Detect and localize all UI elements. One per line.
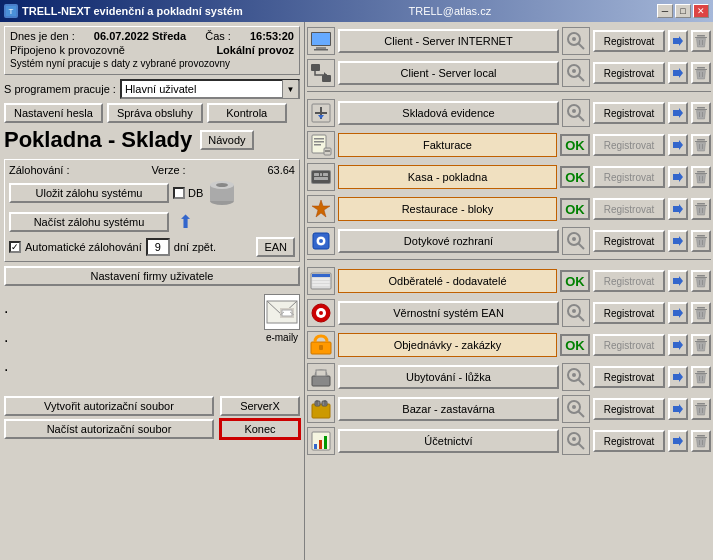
transfer-button[interactable] bbox=[668, 302, 688, 324]
module-name-button[interactable]: Bazar - zastavárna bbox=[338, 397, 559, 421]
db-checkbox-area: DB bbox=[173, 187, 203, 199]
delete-button[interactable] bbox=[691, 134, 711, 156]
svg-rect-88 bbox=[695, 277, 707, 278]
nacist-zalohu-button[interactable]: Načíst zálohu systému bbox=[9, 212, 169, 232]
transfer-button[interactable] bbox=[668, 198, 688, 220]
window-title: TRELL-NEXT evidenční a pokladní systém bbox=[22, 5, 243, 17]
transfer-button[interactable] bbox=[668, 62, 688, 84]
registrovat-button[interactable]: Registrovat bbox=[593, 102, 665, 124]
registrovat-button[interactable]: Registrovat bbox=[593, 134, 665, 156]
svg-rect-119 bbox=[312, 404, 330, 418]
svg-rect-141 bbox=[695, 437, 707, 438]
delete-button[interactable] bbox=[691, 62, 711, 84]
delete-button[interactable] bbox=[691, 198, 711, 220]
nastaveni-hesla-button[interactable]: Nastavení hesla bbox=[4, 103, 103, 123]
registrovat-button[interactable]: Registrovat bbox=[593, 398, 665, 420]
module-name-button[interactable]: Kasa - pokladna bbox=[338, 165, 557, 189]
navody-button[interactable]: Návody bbox=[200, 130, 253, 150]
svg-rect-66 bbox=[697, 203, 705, 205]
registrovat-button[interactable]: Registrovat bbox=[593, 62, 665, 84]
svg-rect-103 bbox=[319, 345, 323, 350]
auto-zal-label: Automatické zálohování bbox=[25, 241, 142, 253]
spy-icon bbox=[562, 427, 590, 455]
minimize-button[interactable]: ─ bbox=[657, 4, 673, 18]
svg-rect-135 bbox=[324, 436, 327, 449]
maximize-button[interactable]: □ bbox=[675, 4, 691, 18]
module-name-button[interactable]: Věrnostní systém EAN bbox=[338, 301, 559, 325]
close-button[interactable]: ✕ bbox=[693, 4, 709, 18]
program-row: S programem pracuje : Hlavní uživatel ▼ bbox=[4, 79, 300, 99]
svg-rect-60 bbox=[697, 171, 705, 173]
nastaveni-firmy-button[interactable]: Nastavení firmy uživatele bbox=[4, 266, 300, 286]
module-name-button[interactable]: Objednávky - zakázky bbox=[338, 333, 557, 357]
transfer-button[interactable] bbox=[668, 430, 688, 452]
module-icon bbox=[307, 195, 335, 223]
vytvorit-auth-button[interactable]: Vytvořit autorizační soubor bbox=[4, 396, 214, 416]
konec-button[interactable]: Konec bbox=[220, 419, 300, 439]
registrovat-button[interactable]: Registrovat bbox=[593, 198, 665, 220]
svg-marker-104 bbox=[673, 340, 683, 350]
transfer-button[interactable] bbox=[668, 102, 688, 124]
db-checkbox[interactable] bbox=[173, 187, 185, 199]
registrovat-button[interactable]: Registrovat bbox=[593, 30, 665, 52]
registrovat-button[interactable]: Registrovat bbox=[593, 302, 665, 324]
time-value: 16:53:20 bbox=[250, 30, 294, 42]
delete-button[interactable] bbox=[691, 334, 711, 356]
delete-button[interactable] bbox=[691, 166, 711, 188]
nacist-auth-button[interactable]: Načíst autorizační soubor bbox=[4, 419, 214, 439]
delete-button[interactable] bbox=[691, 102, 711, 124]
module-name-button[interactable]: Odběratelé - dodavatelé bbox=[338, 269, 557, 293]
module-icon bbox=[307, 427, 335, 455]
delete-button[interactable] bbox=[691, 430, 711, 452]
server-button[interactable]: ServerX bbox=[220, 396, 300, 416]
transfer-button[interactable] bbox=[668, 30, 688, 52]
registrovat-button[interactable]: Registrovat bbox=[593, 230, 665, 252]
auto-zalohovani-row: ✓ Automatické zálohování 9 dní zpět. EAN bbox=[9, 237, 295, 257]
registrovat-button[interactable]: Registrovat bbox=[593, 166, 665, 188]
delete-button[interactable] bbox=[691, 398, 711, 420]
delete-button[interactable] bbox=[691, 230, 711, 252]
registrovat-button[interactable]: Registrovat bbox=[593, 366, 665, 388]
module-name-button[interactable]: Účetnictví bbox=[338, 429, 559, 453]
auto-zal-input[interactable]: 9 bbox=[146, 238, 170, 256]
transfer-button[interactable] bbox=[668, 398, 688, 420]
svg-rect-110 bbox=[316, 370, 326, 376]
module-name-button[interactable]: Client - Server INTERNET bbox=[338, 29, 559, 53]
registrovat-button[interactable]: Registrovat bbox=[593, 430, 665, 452]
module-icon bbox=[307, 395, 335, 423]
sprava-obsluhy-button[interactable]: Správa obsluhy bbox=[107, 103, 203, 123]
svg-line-25 bbox=[579, 76, 585, 82]
module-name-button[interactable]: Skladová evidence bbox=[338, 101, 559, 125]
transfer-button[interactable] bbox=[668, 334, 688, 356]
emaily-icon[interactable] bbox=[264, 294, 300, 330]
transfer-button[interactable] bbox=[668, 166, 688, 188]
kontrola-button[interactable]: Kontrola bbox=[207, 103, 287, 123]
module-name-button[interactable]: Restaurace - bloky bbox=[338, 197, 557, 221]
registrovat-button[interactable]: Registrovat bbox=[593, 270, 665, 292]
svg-marker-27 bbox=[673, 68, 683, 78]
program-value[interactable]: Hlavní uživatel bbox=[122, 82, 282, 96]
ean-button[interactable]: EAN bbox=[256, 237, 295, 257]
module-row: Client - Server INTERNETRegistrovat bbox=[307, 26, 711, 56]
delete-button[interactable] bbox=[691, 270, 711, 292]
registrovat-button[interactable]: Registrovat bbox=[593, 334, 665, 356]
svg-rect-45 bbox=[314, 144, 321, 146]
transfer-button[interactable] bbox=[668, 270, 688, 292]
delete-button[interactable] bbox=[691, 302, 711, 324]
delete-button[interactable] bbox=[691, 30, 711, 52]
transfer-button[interactable] bbox=[668, 230, 688, 252]
module-name-button[interactable]: Dotykové rozhraní bbox=[338, 229, 559, 253]
auto-zal-checkbox[interactable]: ✓ bbox=[9, 241, 21, 253]
module-row: Kasa - pokladnaOKRegistrovat bbox=[307, 162, 711, 192]
transfer-button[interactable] bbox=[668, 366, 688, 388]
module-name-button[interactable]: Client - Server local bbox=[338, 61, 559, 85]
svg-rect-22 bbox=[322, 75, 331, 82]
verze-value: 63.64 bbox=[267, 164, 295, 176]
module-name-button[interactable]: Ubytování - lůžka bbox=[338, 365, 559, 389]
delete-button[interactable] bbox=[691, 366, 711, 388]
svg-rect-21 bbox=[311, 64, 320, 71]
dropdown-arrow[interactable]: ▼ bbox=[282, 80, 298, 98]
module-name-button[interactable]: Fakturace bbox=[338, 133, 557, 157]
transfer-button[interactable] bbox=[668, 134, 688, 156]
ulozit-zalohu-button[interactable]: Uložit zálohu systému bbox=[9, 183, 169, 203]
